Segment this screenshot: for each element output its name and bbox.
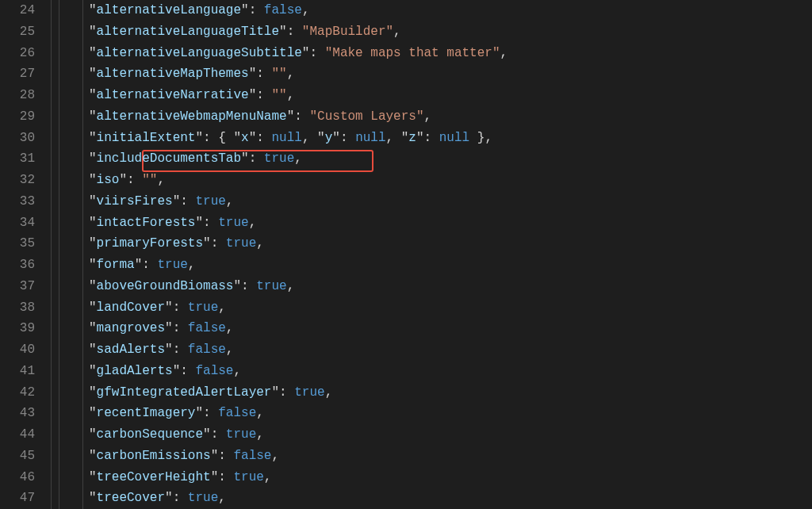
code-token: treeCoverHeight: [97, 470, 211, 484]
code-token: true: [188, 491, 218, 505]
code-token: :: [256, 67, 271, 81]
code-token: ": [325, 46, 333, 60]
code-token: recentImagery: [97, 406, 196, 420]
code-token: :: [173, 491, 188, 505]
code-token: ,: [188, 258, 196, 272]
code-line[interactable]: "includeDocumentsTab": true,: [59, 148, 812, 170]
code-line[interactable]: "alternativeLanguage": false,: [59, 0, 812, 21]
code-token: ,: [500, 46, 508, 60]
code-token: ,: [233, 364, 241, 378]
code-token: ,: [287, 88, 295, 102]
line-number: 33: [0, 191, 35, 212]
code-token: ": [135, 258, 143, 272]
code-token: ": [195, 216, 203, 230]
line-number: 38: [0, 297, 35, 319]
code-token: ": [89, 25, 97, 39]
code-token: :: [241, 279, 256, 293]
code-token: true: [226, 236, 256, 251]
code-area[interactable]: "alternativeLanguage": false,"alternativ…: [59, 0, 812, 509]
code-line[interactable]: "gfwIntegratedAlertLayer": true,: [59, 382, 812, 404]
code-line[interactable]: "alternativeLanguageTitle": "MapBuilder"…: [59, 21, 812, 43]
code-line[interactable]: "alternativeNarrative": "",: [59, 85, 812, 106]
code-token: ": [89, 491, 97, 505]
code-token: true: [218, 216, 248, 230]
code-token: :: [249, 3, 264, 17]
code-line[interactable]: "iso": "",: [59, 170, 812, 191]
code-line[interactable]: "alternativeWebmapMenuName": "Custom Lay…: [59, 106, 812, 128]
line-number: 31: [0, 148, 35, 170]
code-token: ,: [157, 173, 165, 187]
code-token: false: [264, 3, 302, 17]
code-line[interactable]: "intactForests": true,: [59, 212, 812, 234]
code-token: ,: [302, 131, 317, 145]
code-token: true: [264, 151, 294, 166]
code-line[interactable]: "treeCover": true,: [59, 488, 812, 509]
code-token: ": [195, 131, 203, 145]
code-token: ": [385, 25, 393, 39]
code-token: primaryForests: [97, 236, 203, 251]
code-token: :: [173, 321, 188, 335]
code-token: :: [203, 406, 218, 420]
code-line[interactable]: "alternativeMapThemes": "",: [59, 63, 812, 85]
code-token: ,: [218, 300, 226, 315]
code-token: ": [89, 216, 97, 230]
code-token: ": [89, 470, 97, 484]
code-token: alternativeLanguageTitle: [97, 25, 279, 39]
code-line[interactable]: "initialExtent": { "x": null, "y": null,…: [59, 128, 812, 149]
code-editor[interactable]: 2425262728293031323334353637383940414243…: [0, 0, 812, 509]
code-token: ": [89, 343, 97, 357]
code-token: ": [317, 131, 325, 145]
code-token: aboveGroundBiomass: [97, 279, 234, 293]
code-token: ": [416, 131, 424, 145]
line-number-gutter: 2425262728293031323334353637383940414243…: [0, 0, 49, 509]
code-line[interactable]: "forma": true,: [59, 254, 812, 276]
code-line[interactable]: "alternativeLanguageSubtitle": "Make map…: [59, 43, 812, 64]
line-number: 43: [0, 403, 35, 424]
code-token: ": [165, 300, 173, 315]
code-line[interactable]: "treeCoverHeight": true,: [59, 467, 812, 488]
code-token: }: [469, 131, 485, 145]
code-token: ": [89, 46, 97, 60]
code-token: ,: [218, 491, 226, 505]
code-token: ": [165, 321, 173, 335]
code-token: ": [89, 67, 97, 81]
fold-indent-margin: [49, 0, 59, 509]
code-token: ": [89, 300, 97, 315]
code-line[interactable]: "recentImagery": false,: [59, 403, 812, 424]
code-line[interactable]: "primaryForests": true,: [59, 233, 812, 254]
code-token: ": [165, 343, 173, 357]
code-token: ": [89, 88, 97, 102]
code-token: false: [218, 406, 256, 420]
line-number: 40: [0, 339, 35, 361]
code-line[interactable]: "gladAlerts": false,: [59, 361, 812, 382]
code-token: alternativeWebmapMenuName: [97, 109, 287, 124]
code-line[interactable]: "sadAlerts": false,: [59, 339, 812, 361]
code-token: true: [233, 470, 263, 484]
code-token: landCover: [97, 300, 165, 315]
code-line[interactable]: "landCover": true,: [59, 297, 812, 319]
code-token: true: [157, 258, 187, 272]
code-token: true: [294, 385, 324, 400]
code-token: ": [89, 279, 97, 293]
code-token: ": [416, 109, 424, 124]
code-line[interactable]: "viirsFires": true,: [59, 191, 812, 212]
code-token: ": [89, 173, 97, 187]
code-token: ": [203, 236, 211, 251]
code-token: :: [203, 216, 218, 230]
code-token: ,: [226, 343, 234, 357]
code-token: ,: [287, 279, 295, 293]
code-token: ": [165, 491, 173, 505]
code-token: :: [256, 131, 271, 145]
code-line[interactable]: "mangroves": false,: [59, 318, 812, 339]
code-token: carbonEmissions: [97, 449, 211, 463]
code-token: :: [173, 343, 188, 357]
code-token: alternativeNarrative: [97, 88, 249, 102]
code-token: :: [180, 364, 195, 378]
code-line[interactable]: "aboveGroundBiomass": true,: [59, 276, 812, 297]
code-token: carbonSequence: [97, 427, 203, 442]
code-token: ": [195, 406, 203, 420]
code-line[interactable]: "carbonSequence": true,: [59, 424, 812, 446]
code-token: ,: [485, 131, 492, 145]
code-line[interactable]: "carbonEmissions": false,: [59, 446, 812, 467]
code-token: ": [233, 131, 241, 145]
